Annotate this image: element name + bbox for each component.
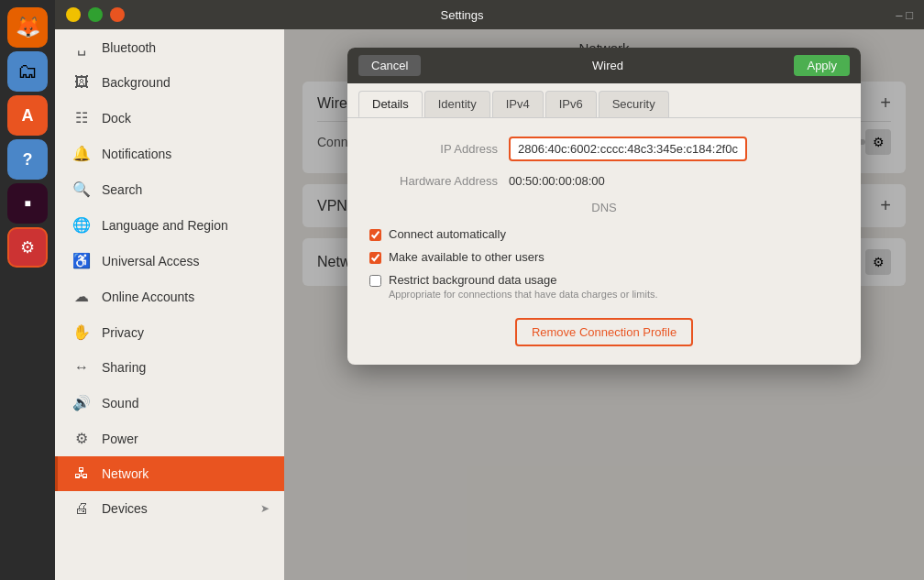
online-accounts-icon: ☁	[72, 288, 91, 305]
sidebar-item-universal-access[interactable]: ♿ Universal Access	[55, 243, 284, 279]
modal-titlebar: Cancel Wired Apply	[347, 48, 861, 83]
restrict-bg-row: Restrict background data usage Appropria…	[369, 273, 839, 300]
search-icon: 🔍	[72, 181, 91, 198]
sidebar-item-privacy[interactable]: ✋ Privacy	[55, 314, 284, 350]
sidebar-item-label: Sound	[102, 396, 138, 410]
sidebar-item-language[interactable]: 🌐 Language and Region	[55, 207, 284, 243]
language-icon: 🌐	[72, 216, 91, 234]
hardware-address-label: Hardware Address	[369, 174, 498, 188]
titlebar-controls	[66, 7, 125, 22]
sidebar-item-label: Universal Access	[102, 254, 200, 268]
close-button[interactable]	[110, 7, 125, 22]
sidebar-item-background[interactable]: 🖼 Background	[55, 65, 284, 100]
privacy-icon: ✋	[72, 323, 91, 341]
sidebar-item-label: Dock	[102, 111, 131, 126]
dns-label: DNS	[369, 201, 839, 214]
tab-ipv4[interactable]: IPv4	[492, 91, 544, 117]
help-icon[interactable]: ?	[7, 139, 48, 180]
content-area: ␣ Bluetooth 🖼 Background ☷ Dock 🔔 Notifi…	[55, 29, 924, 580]
remove-connection-button[interactable]: Remove Connection Profile	[515, 318, 693, 346]
sidebar-item-dock[interactable]: ☷ Dock	[55, 100, 284, 136]
sharing-icon: ↔	[72, 359, 91, 376]
sidebar-item-label: Online Accounts	[102, 290, 194, 304]
modal-title: Wired	[428, 59, 786, 72]
sidebar-item-label: Language and Region	[102, 218, 228, 233]
dock: 🦊 🗂 A ? ■ ⚙	[0, 0, 55, 580]
sidebar-item-search[interactable]: 🔍 Search	[55, 171, 284, 207]
ip-address-label: IP Address	[369, 142, 498, 156]
restrict-bg-checkbox[interactable]	[369, 275, 381, 287]
notifications-icon: 🔔	[72, 145, 91, 162]
sidebar-item-label: Privacy	[102, 325, 144, 340]
tab-details[interactable]: Details	[358, 91, 423, 117]
sidebar-item-devices[interactable]: 🖨 Devices ➤	[55, 491, 284, 526]
sound-icon: 🔊	[72, 394, 91, 411]
sidebar-item-bluetooth[interactable]: ␣ Bluetooth	[55, 29, 284, 65]
make-available-row: Make available to other users	[369, 250, 839, 264]
sidebar-item-online-accounts[interactable]: ☁ Online Accounts	[55, 279, 284, 314]
dock-icon-sidebar: ☷	[72, 109, 91, 126]
connect-auto-checkbox[interactable]	[369, 229, 381, 241]
titlebar-right: – □	[896, 8, 913, 22]
sidebar-item-label: Power	[102, 432, 138, 446]
sidebar-item-label: Devices	[102, 501, 148, 516]
cancel-button[interactable]: Cancel	[358, 55, 421, 76]
titlebar: Settings – □	[55, 0, 924, 29]
devices-arrow-icon: ➤	[260, 502, 270, 515]
devices-icon: 🖨	[72, 500, 91, 517]
ip-address-row: IP Address 2806:40c:6002:cccc:48c3:345e:…	[369, 137, 839, 161]
universal-access-icon: ♿	[72, 252, 91, 269]
settings-window: Settings – □ ␣ Bluetooth 🖼 Background ☷ …	[55, 0, 924, 580]
sidebar: ␣ Bluetooth 🖼 Background ☷ Dock 🔔 Notifi…	[55, 29, 284, 580]
sidebar-item-network[interactable]: 🖧 Network	[55, 456, 284, 491]
sidebar-item-label: Background	[102, 75, 170, 90]
window-controls-right: – □	[896, 8, 913, 22]
modal-body: IP Address 2806:40c:6002:cccc:48c3:345e:…	[347, 118, 861, 365]
hardware-address-row: Hardware Address 00:50:00:00:08:00	[369, 174, 839, 188]
modal-overlay: Cancel Wired Apply Details Identity	[284, 29, 924, 580]
sidebar-item-label: Network	[102, 466, 148, 481]
bluetooth-icon: ␣	[72, 38, 91, 56]
sidebar-item-label: Sharing	[102, 360, 146, 375]
connect-auto-row: Connect automatically	[369, 227, 839, 241]
minimize-button[interactable]	[66, 7, 81, 22]
make-available-checkbox[interactable]	[369, 252, 381, 264]
sidebar-item-label: Bluetooth	[102, 40, 156, 55]
sidebar-item-sound[interactable]: 🔊 Sound	[55, 385, 284, 421]
sidebar-item-sharing[interactable]: ↔ Sharing	[55, 350, 284, 385]
restrict-bg-sublabel: Appropriate for connections that have da…	[389, 289, 658, 300]
tab-ipv6[interactable]: IPv6	[545, 91, 597, 117]
wired-modal: Cancel Wired Apply Details Identity	[347, 48, 861, 365]
sidebar-item-label: Search	[102, 182, 142, 197]
connect-auto-label: Connect automatically	[389, 227, 506, 241]
hardware-address-value: 00:50:00:00:08:00	[509, 174, 605, 188]
files-icon[interactable]: 🗂	[7, 51, 48, 92]
power-icon: ⚙	[72, 430, 91, 447]
restrict-bg-label: Restrict background data usage	[389, 273, 658, 287]
sidebar-item-label: Notifications	[102, 147, 171, 161]
firefox-icon[interactable]: 🦊	[7, 7, 48, 48]
titlebar-title: Settings	[441, 8, 484, 22]
terminal-icon[interactable]: ■	[7, 183, 48, 224]
apply-button[interactable]: Apply	[794, 55, 850, 76]
modal-tabs: Details Identity IPv4 IPv6 Security	[347, 83, 861, 118]
sidebar-item-notifications[interactable]: 🔔 Notifications	[55, 136, 284, 171]
main-content: Network Wired + Connected ON ⚙	[284, 29, 924, 580]
maximize-button[interactable]	[88, 7, 103, 22]
tab-identity[interactable]: Identity	[424, 91, 490, 117]
sidebar-item-power[interactable]: ⚙ Power	[55, 421, 284, 456]
software-icon[interactable]: A	[7, 95, 48, 136]
network-icon: 🖧	[72, 465, 91, 482]
settings-icon[interactable]: ⚙	[7, 227, 48, 268]
make-available-label: Make available to other users	[389, 250, 544, 264]
background-icon: 🖼	[72, 74, 91, 91]
ip-address-value[interactable]: 2806:40c:6002:cccc:48c3:345e:c184:2f0c	[509, 137, 747, 161]
tab-security[interactable]: Security	[599, 91, 669, 117]
